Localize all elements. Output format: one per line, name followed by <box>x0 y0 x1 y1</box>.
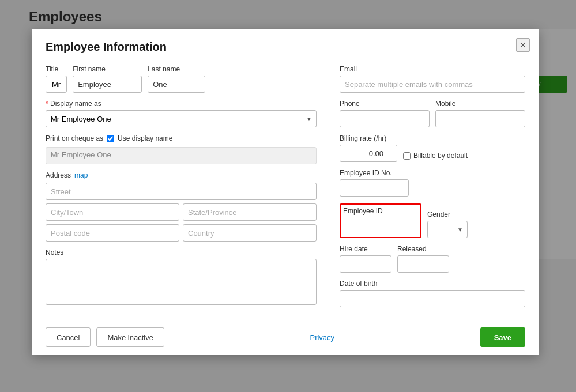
print-cheque-display: Mr Employee One <box>46 147 317 164</box>
billing-rate-label: Billing rate (/hr) <box>340 134 525 142</box>
modal-body: Title Mr First name Last name Display na… <box>32 59 539 319</box>
phone-input[interactable] <box>340 110 430 127</box>
use-display-name-label: Use display name <box>118 134 172 142</box>
notes-textarea[interactable] <box>46 259 317 305</box>
employee-id-box: Employee ID <box>340 203 421 238</box>
mobile-label: Mobile <box>435 100 525 108</box>
first-name-input[interactable] <box>73 76 142 93</box>
gender-field-group: Gender Male Female ▼ <box>427 210 468 238</box>
display-name-select-wrapper: Mr Employee One ▼ <box>46 110 317 127</box>
first-name-label: First name <box>73 65 142 73</box>
notes-section: Notes <box>46 248 317 307</box>
released-input[interactable] <box>397 255 449 273</box>
dob-input[interactable] <box>340 290 525 307</box>
employee-id-no-label: Employee ID No. <box>340 169 525 177</box>
footer-center: Privacy <box>164 333 480 342</box>
last-name-input[interactable] <box>148 76 205 93</box>
modal-footer: Cancel Make inactive Privacy Save <box>32 319 539 355</box>
hire-date-label: Hire date <box>340 245 391 253</box>
state-input[interactable] <box>183 203 317 221</box>
postal-country-row <box>46 224 317 242</box>
print-cheque-value-row: Mr Employee One <box>46 147 317 164</box>
print-cheque-row: Print on cheque as Use display name <box>46 134 317 142</box>
phone-label: Phone <box>340 100 430 108</box>
employee-id-no-input[interactable] <box>340 179 409 197</box>
right-fields: Email Phone Mobile Billing ra <box>340 65 525 307</box>
email-label: Email <box>340 65 525 73</box>
privacy-link[interactable]: Privacy <box>310 333 334 342</box>
title-label: Title <box>46 65 67 73</box>
print-cheque-label: Print on cheque as <box>46 134 103 142</box>
gender-select[interactable]: Male Female <box>427 221 468 238</box>
billable-checkbox[interactable] <box>403 152 411 160</box>
postal-input[interactable] <box>46 224 179 242</box>
display-name-select[interactable]: Mr Employee One <box>46 110 317 127</box>
gender-select-wrapper: Male Female ▼ <box>427 221 468 238</box>
hire-released-row: Hire date Released <box>340 245 525 273</box>
modal-title: Employee Information <box>46 40 167 53</box>
notes-label: Notes <box>46 248 317 257</box>
make-inactive-button[interactable]: Make inactive <box>96 327 164 347</box>
gender-label: Gender <box>427 210 468 218</box>
mobile-input[interactable] <box>435 110 525 127</box>
country-input[interactable] <box>183 224 317 242</box>
map-link[interactable]: map <box>74 171 88 179</box>
footer-right: Save <box>480 327 525 347</box>
address-label-row: Address map <box>46 171 317 179</box>
last-name-label: Last name <box>148 65 205 73</box>
footer-left: Cancel Make inactive <box>46 327 164 347</box>
save-button[interactable]: Save <box>480 327 525 347</box>
billable-label: Billable by default <box>413 152 468 160</box>
left-column: Title Mr First name Last name Display na… <box>46 65 317 307</box>
street-input[interactable] <box>46 183 317 200</box>
employee-id-gender-row: Employee ID Gender Male Female ▼ <box>340 203 525 238</box>
city-state-row <box>46 203 317 221</box>
phone-field-group: Phone <box>340 100 430 127</box>
employee-id-input[interactable] <box>343 217 418 235</box>
mobile-field-group: Mobile <box>435 100 525 127</box>
phone-mobile-row: Phone Mobile <box>340 100 525 127</box>
name-fields-row: Title Mr First name Last name <box>46 65 317 93</box>
modal-header: Employee Information ✕ <box>32 29 539 59</box>
use-display-name-checkbox[interactable] <box>107 135 114 142</box>
hire-date-field-group: Hire date <box>340 245 391 273</box>
address-fields <box>46 183 317 242</box>
released-label: Released <box>397 245 449 253</box>
address-label: Address <box>46 171 71 179</box>
cancel-button[interactable]: Cancel <box>46 327 91 347</box>
hire-date-input[interactable] <box>340 255 391 273</box>
close-button[interactable]: ✕ <box>516 38 530 52</box>
title-button[interactable]: Mr <box>46 76 67 93</box>
last-name-field-group: Last name <box>148 65 205 93</box>
employee-information-modal: Employee Information ✕ Title Mr First na… <box>32 29 539 355</box>
billing-rate-input[interactable] <box>340 145 397 162</box>
employee-id-label: Employee ID <box>343 207 418 215</box>
first-name-field-group: First name <box>73 65 142 93</box>
billing-row: Billable by default <box>340 145 525 162</box>
right-column: Email Phone Mobile Billing ra <box>340 65 525 307</box>
dob-label: Date of birth <box>340 280 525 288</box>
display-name-row: Display name as Mr Employee One ▼ <box>46 100 317 127</box>
city-input[interactable] <box>46 203 179 221</box>
title-field-group: Title Mr <box>46 65 67 93</box>
email-field-group: Email <box>340 65 525 93</box>
display-name-label: Display name as <box>46 100 317 108</box>
billing-rate-field-group: Billing rate (/hr) Billable by default <box>340 134 525 162</box>
billable-check-row: Billable by default <box>403 152 468 160</box>
employee-id-no-field-group: Employee ID No. <box>340 169 525 197</box>
dob-field-group: Date of birth <box>340 280 525 307</box>
email-input[interactable] <box>340 76 525 93</box>
released-field-group: Released <box>397 245 449 273</box>
